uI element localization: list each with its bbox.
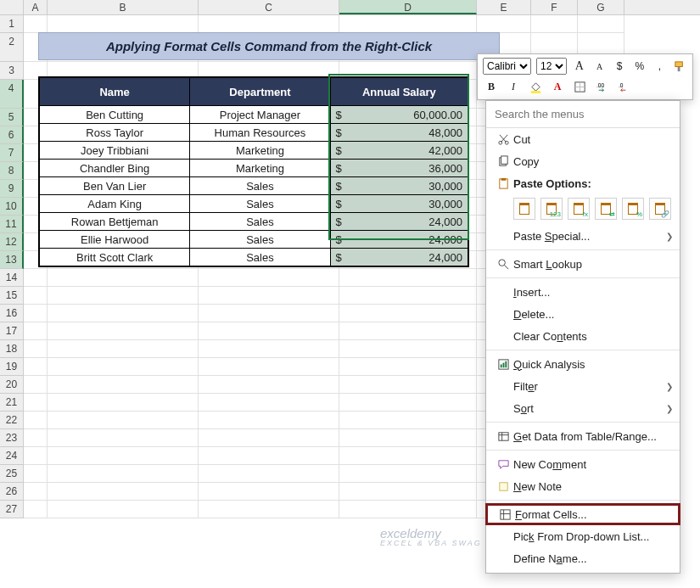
cell-dept[interactable]: Marketing — [190, 159, 330, 176]
menu-search-input[interactable] — [486, 101, 680, 128]
select-all-corner[interactable] — [0, 0, 24, 14]
table-row[interactable]: Ellie HarwoodSales$24,000 — [40, 230, 468, 248]
cell-dept[interactable]: Sales — [190, 230, 330, 248]
font-select[interactable]: Calibri — [483, 58, 531, 75]
table-row[interactable]: Joey TribbianiMarketing$42,000 — [40, 141, 468, 159]
row-header-14[interactable]: 14 — [0, 269, 24, 287]
cell-name[interactable]: Joey Tribbiani — [40, 141, 190, 159]
cell-salary[interactable]: $42,000 — [331, 141, 468, 159]
paste-link-icon[interactable]: 🔗 — [649, 198, 671, 220]
cell-dept[interactable]: Sales — [190, 194, 330, 212]
row-header-20[interactable]: 20 — [0, 376, 24, 394]
menu-cut[interactable]: Cut — [486, 128, 680, 150]
row-header-5[interactable]: 5 — [0, 109, 24, 126]
cell-name[interactable]: Chandler Bing — [40, 159, 190, 176]
menu-filter[interactable]: Filter ❯ — [486, 375, 680, 397]
bold-button[interactable]: B — [483, 79, 500, 96]
menu-format-cells[interactable]: Format Cells... — [485, 503, 680, 525]
cell-salary[interactable]: $36,000 — [331, 159, 468, 176]
paste-values-icon[interactable]: 123 — [540, 198, 563, 220]
menu-sort[interactable]: Sort ❯ — [486, 397, 680, 419]
borders-button[interactable] — [571, 79, 588, 96]
menu-define-name[interactable]: Define Name... — [486, 547, 680, 569]
col-header-A[interactable]: A — [24, 0, 48, 14]
col-header-C[interactable]: C — [199, 0, 339, 14]
col-header-E[interactable]: E — [477, 0, 531, 14]
cell-dept[interactable]: Project Manager — [190, 105, 330, 123]
table-row[interactable]: Chandler BingMarketing$36,000 — [40, 159, 468, 176]
increase-decimal-icon[interactable]: .00 — [593, 79, 610, 96]
cell-name[interactable]: Ben Cutting — [40, 105, 190, 123]
row-header-22[interactable]: 22 — [0, 412, 24, 429]
row-header-15[interactable]: 15 — [0, 287, 24, 305]
paste-formatting-icon[interactable]: % — [622, 198, 644, 220]
row-header-18[interactable]: 18 — [0, 340, 24, 358]
menu-pick-dropdown[interactable]: Pick From Drop-down List... — [486, 525, 680, 547]
cell-salary[interactable]: $48,000 — [331, 123, 468, 141]
col-header-B[interactable]: B — [48, 0, 199, 14]
table-row[interactable]: Adam KingSales$30,000 — [40, 194, 468, 212]
comma-button[interactable]: , — [652, 58, 668, 75]
cell-name[interactable]: Ross Taylor — [40, 123, 190, 141]
col-header-G[interactable]: G — [578, 0, 624, 14]
cell-salary[interactable]: $30,000 — [331, 176, 468, 194]
row-header-6[interactable]: 6 — [0, 126, 24, 144]
menu-delete[interactable]: Delete... — [486, 303, 680, 325]
cell-name[interactable]: Rowan Bettjeman — [40, 212, 190, 230]
row-header-11[interactable]: 11 — [0, 216, 24, 233]
col-header-D[interactable]: D — [339, 0, 477, 14]
row-header-4[interactable]: 4 — [0, 80, 24, 109]
paste-keep-source-icon[interactable] — [513, 198, 535, 220]
font-size-select[interactable]: 12 — [536, 58, 567, 75]
row-header-13[interactable]: 13 — [0, 251, 24, 269]
row-header-24[interactable]: 24 — [0, 447, 24, 465]
decrease-font-icon[interactable]: A — [592, 58, 608, 75]
row-header-10[interactable]: 10 — [0, 198, 24, 216]
row-header-9[interactable]: 9 — [0, 180, 24, 198]
row-header-7[interactable]: 7 — [0, 144, 24, 162]
row-header-26[interactable]: 26 — [0, 483, 24, 501]
row-header-3[interactable]: 3 — [0, 62, 24, 80]
row-header-19[interactable]: 19 — [0, 358, 24, 376]
cell-name[interactable]: Ben Van Lier — [40, 176, 190, 194]
menu-paste-special[interactable]: Paste Special... ❯ — [486, 225, 680, 247]
cell-dept[interactable]: Human Resources — [190, 123, 330, 141]
paste-transpose-icon[interactable]: ⇄ — [595, 198, 617, 220]
row-header-16[interactable]: 16 — [0, 305, 24, 322]
format-painter-icon[interactable] — [672, 58, 687, 75]
table-row[interactable]: Ben CuttingProject Manager$60,000.00 — [40, 105, 468, 123]
table-row[interactable]: Ben Van LierSales$30,000 — [40, 176, 468, 194]
menu-copy[interactable]: Copy — [486, 150, 680, 172]
menu-new-note[interactable]: New Note — [486, 475, 680, 497]
row-header-2[interactable]: 2 — [0, 33, 24, 62]
cell-dept[interactable]: Sales — [190, 176, 330, 194]
cell-salary[interactable]: $24,000 — [331, 248, 468, 266]
table-row[interactable]: Ross TaylorHuman Resources$48,000 — [40, 123, 468, 141]
menu-clear-contents[interactable]: Clear Contents — [486, 325, 680, 347]
cell-salary[interactable]: $30,000 — [331, 194, 468, 212]
menu-quick-analysis[interactable]: Quick Analysis — [486, 353, 680, 375]
cell-name[interactable]: Adam King — [40, 194, 190, 212]
row-header-8[interactable]: 8 — [0, 162, 24, 180]
table-row[interactable]: Britt Scott ClarkSales$24,000 — [40, 248, 468, 266]
cell-salary[interactable]: $24,000 — [331, 230, 468, 248]
table-row[interactable]: Rowan BettjemanSales$24,000 — [40, 212, 468, 230]
col-header-F[interactable]: F — [531, 0, 578, 14]
menu-get-data[interactable]: Get Data from Table/Range... — [486, 425, 680, 447]
fill-color-button[interactable] — [527, 79, 544, 96]
row-header-25[interactable]: 25 — [0, 465, 24, 483]
cell-salary[interactable]: $24,000 — [331, 212, 468, 230]
font-color-button[interactable]: A — [549, 79, 566, 96]
row-header-27[interactable]: 27 — [0, 501, 24, 518]
row-header-21[interactable]: 21 — [0, 394, 24, 412]
increase-font-icon[interactable]: A — [572, 58, 587, 75]
row-header-12[interactable]: 12 — [0, 233, 24, 251]
cell-dept[interactable]: Marketing — [190, 141, 330, 159]
cell-dept[interactable]: Sales — [190, 212, 330, 230]
decrease-decimal-icon[interactable]: .0 — [615, 79, 632, 96]
row-header-23[interactable]: 23 — [0, 429, 24, 447]
percent-button[interactable]: % — [632, 58, 647, 75]
italic-button[interactable]: I — [505, 79, 522, 96]
currency-button[interactable]: $ — [612, 58, 627, 75]
menu-new-comment[interactable]: New Comment — [486, 453, 680, 475]
